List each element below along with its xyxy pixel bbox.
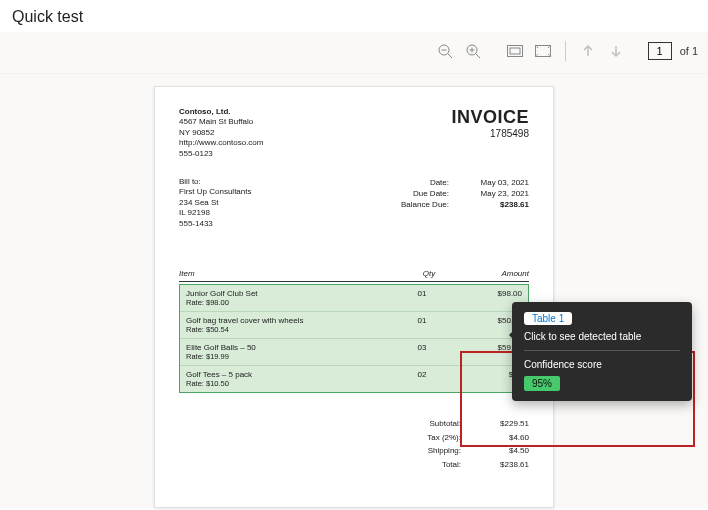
vendor-address2: NY 90852 <box>179 128 263 138</box>
tooltip-click-text: Click to see detected table <box>524 331 680 351</box>
billto-block: Bill to: First Up Consultants 234 Sea St… <box>179 177 251 229</box>
billto-name: First Up Consultants <box>179 187 251 197</box>
line-qty: 03 <box>392 343 452 361</box>
vendor-block: Contoso, Ltd. 4567 Main St Buffalo NY 90… <box>179 107 263 159</box>
svg-line-4 <box>476 54 480 58</box>
balance-value: $238.61 <box>473 199 529 210</box>
invoice-title: INVOICE <box>451 107 529 128</box>
balance-label: Balance Due: <box>393 199 449 210</box>
shipping-label: Shipping: <box>411 444 461 458</box>
line-rate: Rate: $19.99 <box>186 352 392 361</box>
dates-block: Date:May 03, 2021 Due Date:May 23, 2021 … <box>393 177 529 229</box>
total-value: $238.61 <box>479 458 529 472</box>
vendor-address1: 4567 Main St Buffalo <box>179 117 263 127</box>
due-value: May 23, 2021 <box>473 188 529 199</box>
shipping-value: $4.50 <box>479 444 529 458</box>
invoice-document: Contoso, Ltd. 4567 Main St Buffalo NY 90… <box>154 86 554 508</box>
zoom-out-icon[interactable] <box>435 41 455 61</box>
viewer-toolbar: 1 of 1 <box>0 32 708 74</box>
billto-phone: 555-1433 <box>179 219 251 229</box>
page-title: Quick test <box>0 0 708 32</box>
col-amount: Amount <box>459 269 529 278</box>
page-number-input[interactable]: 1 <box>648 42 672 60</box>
fit-page-icon[interactable] <box>533 41 553 61</box>
detection-tooltip[interactable]: Table 1 Click to see detected table Conf… <box>512 302 692 401</box>
subtotal-value: $229.51 <box>479 417 529 431</box>
subtotal-label: Subtotal: <box>411 417 461 431</box>
line-qty: 02 <box>392 370 452 388</box>
date-label: Date: <box>393 177 449 188</box>
tax-value: $4.60 <box>479 431 529 445</box>
next-page-icon[interactable] <box>606 41 626 61</box>
line-rate: Rate: $50.54 <box>186 325 392 334</box>
confidence-label: Confidence score <box>524 359 680 370</box>
totals-block: Subtotal:$229.51 Tax (2%):$4.60 Shipping… <box>179 417 529 471</box>
billto-address2: IL 92198 <box>179 208 251 218</box>
detected-table[interactable]: Junior Golf Club SetRate: $98.00 01 $98.… <box>179 284 529 393</box>
document-viewer: Contoso, Ltd. 4567 Main St Buffalo NY 90… <box>0 74 708 508</box>
col-item: Item <box>179 269 399 278</box>
tax-label: Tax (2%): <box>411 431 461 445</box>
billto-address1: 234 Sea St <box>179 198 251 208</box>
due-label: Due Date: <box>393 188 449 199</box>
line-rate: Rate: $98.00 <box>186 298 392 307</box>
line-qty: 01 <box>392 316 452 334</box>
vendor-url: http://www.contoso.com <box>179 138 263 148</box>
vendor-phone: 555-0123 <box>179 149 263 159</box>
col-qty: Qty <box>399 269 459 278</box>
table-row: Golf bag travel cover with wheelsRate: $… <box>180 312 528 339</box>
page-of-label: of 1 <box>680 45 698 57</box>
invoice-number: 1785498 <box>451 128 529 139</box>
zoom-in-icon[interactable] <box>463 41 483 61</box>
fit-width-icon[interactable] <box>505 41 525 61</box>
confidence-value: 95% <box>524 376 560 391</box>
vendor-name: Contoso, Ltd. <box>179 107 263 117</box>
line-name: Junior Golf Club Set <box>186 289 392 298</box>
total-label: Total: <box>411 458 461 472</box>
table-row: Junior Golf Club SetRate: $98.00 01 $98.… <box>180 285 528 312</box>
svg-line-1 <box>448 54 452 58</box>
toolbar-separator <box>565 41 566 61</box>
date-value: May 03, 2021 <box>473 177 529 188</box>
billto-label: Bill to: <box>179 177 251 187</box>
table-row: Golf Tees – 5 packRate: $10.50 02 $21 <box>180 366 528 392</box>
line-qty: 01 <box>392 289 452 307</box>
line-name: Golf Tees – 5 pack <box>186 370 392 379</box>
prev-page-icon[interactable] <box>578 41 598 61</box>
table-header: Item Qty Amount <box>179 269 529 282</box>
svg-rect-8 <box>510 48 520 54</box>
line-name: Elite Golf Balls – 50 <box>186 343 392 352</box>
table-row: Elite Golf Balls – 50Rate: $19.99 03 $59… <box>180 339 528 366</box>
line-rate: Rate: $10.50 <box>186 379 392 388</box>
line-name: Golf bag travel cover with wheels <box>186 316 392 325</box>
tooltip-badge: Table 1 <box>524 312 572 325</box>
